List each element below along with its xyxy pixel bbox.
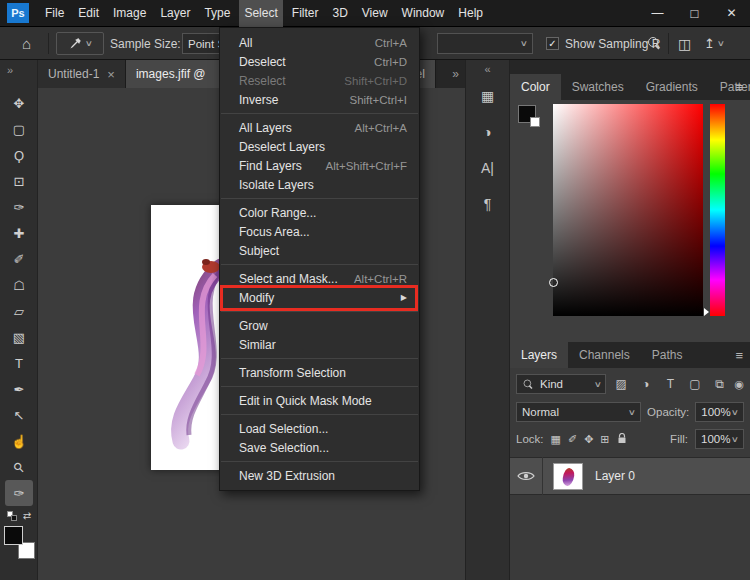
home-icon[interactable]: ⌂	[22, 27, 31, 60]
filter-type-layers-icon[interactable]: T	[661, 377, 681, 391]
menu-type[interactable]: Type	[199, 0, 235, 27]
saturation-brightness-field[interactable]	[553, 104, 703, 316]
tab-untitled-1[interactable]: Untitled-1 ×	[38, 60, 126, 88]
blend-mode-dropdown[interactable]: Normal ∨	[516, 402, 641, 422]
clone-stamp-tool[interactable]: ☖	[0, 272, 38, 298]
menu-item-deselect-layers[interactable]: Deselect Layers	[220, 137, 419, 156]
hue-slider-marker[interactable]	[704, 308, 709, 316]
panel-menu-icon[interactable]: ≡	[735, 80, 743, 95]
menu-filter[interactable]: Filter	[287, 0, 324, 27]
libraries-panel-icon[interactable]: ▦	[466, 78, 509, 114]
tab-layers[interactable]: Layers	[510, 342, 568, 368]
sample-layers-dropdown[interactable]: ∨	[437, 33, 533, 54]
paragraph-panel-icon[interactable]: ¶	[466, 186, 509, 222]
menu-item-save-selection[interactable]: Save Selection...	[220, 438, 419, 457]
minimize-button[interactable]: —	[639, 0, 676, 27]
expand-panels-icon[interactable]: «	[466, 60, 509, 78]
show-sampling-ring-checkbox[interactable]: ✓	[546, 37, 559, 50]
path-selection-tool[interactable]: ↖	[0, 402, 38, 428]
tab-channels[interactable]: Channels	[568, 342, 641, 368]
character-panel-icon[interactable]: A|	[466, 150, 509, 186]
panel-background-swatch[interactable]	[530, 117, 540, 127]
menu-image[interactable]: Image	[108, 0, 151, 27]
eyedropper-tool[interactable]: ✑	[0, 194, 38, 220]
menu-item-select-and-mask[interactable]: Select and Mask...Alt+Ctrl+R	[220, 269, 419, 288]
tab-patterns[interactable]: Patterns	[709, 74, 750, 100]
filter-smart-objects-icon[interactable]: ⧉	[710, 377, 730, 391]
menu-item-similar[interactable]: Similar	[220, 335, 419, 354]
eraser-tool[interactable]: ▱	[0, 298, 38, 324]
menu-item-new-3d-extrusion[interactable]: New 3D Extrusion	[220, 466, 419, 485]
color-picker-cursor[interactable]	[549, 278, 558, 287]
search-icon[interactable]	[648, 37, 661, 50]
share-icon[interactable]: ↥	[704, 36, 715, 51]
adjustments-panel-icon[interactable]: ◑	[466, 114, 509, 150]
tab-paths[interactable]: Paths	[641, 342, 694, 368]
swap-colors-icon[interactable]: ⇄	[23, 510, 31, 521]
menu-item-all-layers[interactable]: All LayersAlt+Ctrl+A	[220, 118, 419, 137]
layer-thumbnail[interactable]	[553, 463, 583, 490]
filter-shape-layers-icon[interactable]: ▢	[685, 377, 705, 391]
lock-all-icon[interactable]	[617, 430, 627, 448]
menu-layer[interactable]: Layer	[155, 0, 195, 27]
menu-item-deselect[interactable]: DeselectCtrl+D	[220, 52, 419, 71]
menu-item-inverse[interactable]: InverseShift+Ctrl+I	[220, 90, 419, 109]
filter-pixel-layers-icon[interactable]: ▨	[611, 377, 631, 391]
tab-swatches[interactable]: Swatches	[561, 74, 635, 100]
filter-adjustment-layers-icon[interactable]: ◑	[636, 377, 656, 391]
menu-file[interactable]: File	[40, 0, 69, 27]
opacity-dropdown[interactable]: 100% ∨	[695, 402, 744, 422]
menu-item-load-selection[interactable]: Load Selection...	[220, 419, 419, 438]
foreground-color-swatch[interactable]	[4, 526, 23, 545]
tab-overflow-chevron-icon[interactable]: »	[452, 60, 459, 88]
hue-strip[interactable]	[710, 104, 725, 316]
rectangular-marquee-tool[interactable]: ▢	[0, 116, 38, 142]
menu-3d[interactable]: 3D	[327, 0, 352, 27]
zoom-tool[interactable]: ⚲	[0, 454, 38, 480]
tab-close-icon[interactable]: ×	[107, 67, 115, 82]
lasso-tool[interactable]: Ϙ	[0, 142, 38, 168]
layer-visibility-toggle[interactable]	[510, 457, 543, 495]
menu-item-isolate-layers[interactable]: Isolate Layers	[220, 175, 419, 194]
panel-menu-icon[interactable]: ≡	[735, 348, 743, 363]
menu-item-subject[interactable]: Subject	[220, 241, 419, 260]
close-button[interactable]: ✕	[713, 0, 750, 27]
gradient-tool[interactable]: ▧	[0, 324, 38, 350]
menu-item-modify[interactable]: Modify ▶	[220, 288, 419, 307]
brush-tool[interactable]: ✐	[0, 246, 38, 272]
toolbar-collapse-icon[interactable]: »	[0, 60, 37, 80]
layer-row[interactable]: Layer 0	[510, 457, 750, 495]
tab-gradients[interactable]: Gradients	[635, 74, 709, 100]
pen-tool[interactable]: ✒	[0, 376, 38, 402]
fill-dropdown[interactable]: 100% ∨	[695, 429, 744, 449]
menu-item-focus-area[interactable]: Focus Area...	[220, 222, 419, 241]
selected-eyedropper-tool[interactable]: ✑	[5, 480, 33, 506]
layer-filter-dropdown[interactable]: Kind ∨	[516, 374, 606, 394]
lock-artboard-icon[interactable]: ⊞	[600, 433, 609, 446]
menu-item-color-range[interactable]: Color Range...	[220, 203, 419, 222]
hand-tool[interactable]: ☝	[0, 428, 38, 454]
workspace-icon[interactable]: ◫	[678, 27, 691, 60]
menu-item-transform-selection[interactable]: Transform Selection	[220, 363, 419, 382]
menu-item-edit-quick-mask[interactable]: Edit in Quick Mask Mode	[220, 391, 419, 410]
filter-switch-icon[interactable]: ◉	[734, 378, 744, 391]
lock-transparency-icon[interactable]: ▦	[551, 433, 561, 446]
maximize-button[interactable]: □	[676, 0, 713, 27]
object-selection-tool[interactable]: ⊡	[0, 168, 38, 194]
type-tool[interactable]: T	[0, 350, 38, 376]
healing-brush-tool[interactable]: ✚	[0, 220, 38, 246]
tab-color[interactable]: Color	[510, 74, 561, 100]
lock-image-icon[interactable]: ✐	[568, 433, 577, 446]
move-tool[interactable]: ✥	[0, 90, 38, 116]
menu-view[interactable]: View	[357, 0, 393, 27]
lock-position-icon[interactable]: ✥	[584, 433, 593, 446]
tool-preset-button[interactable]: ∨	[56, 32, 104, 55]
menu-help[interactable]: Help	[453, 0, 488, 27]
menu-edit[interactable]: Edit	[73, 0, 104, 27]
default-colors-icon[interactable]	[7, 511, 17, 521]
menu-item-all[interactable]: AllCtrl+A	[220, 33, 419, 52]
menu-window[interactable]: Window	[397, 0, 450, 27]
menu-item-find-layers[interactable]: Find LayersAlt+Shift+Ctrl+F	[220, 156, 419, 175]
menu-item-grow[interactable]: Grow	[220, 316, 419, 335]
menu-select[interactable]: Select	[239, 0, 282, 27]
